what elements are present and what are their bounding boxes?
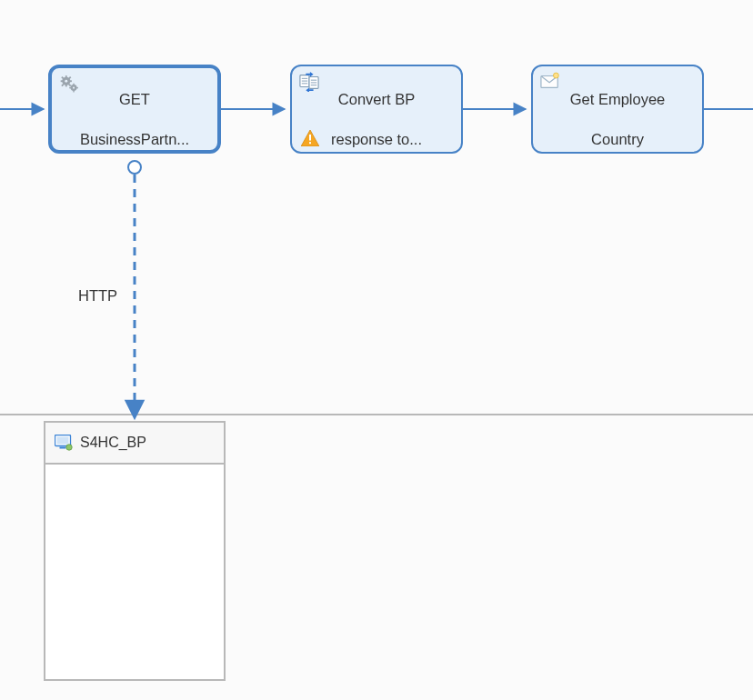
- svg-rect-34: [57, 437, 69, 445]
- svg-rect-19: [69, 87, 71, 88]
- envelope-icon: [540, 72, 560, 92]
- receiver-title: S4HC_BP: [80, 435, 146, 451]
- flow-step-get-employee-country[interactable]: Get Employee Country: [531, 65, 704, 154]
- svg-rect-7: [65, 75, 67, 78]
- receiver-s4hc-bp[interactable]: S4HC_BP: [44, 421, 226, 681]
- svg-point-16: [73, 86, 75, 88]
- svg-rect-17: [73, 84, 74, 85]
- connector-label-http[interactable]: HTTP: [73, 287, 123, 305]
- svg-point-32: [553, 73, 558, 78]
- svg-point-36: [66, 445, 72, 450]
- adapter-port[interactable]: [127, 160, 142, 175]
- svg-rect-18: [73, 90, 74, 92]
- gears-icon: [59, 74, 79, 94]
- flow-step-convert-bp-response[interactable]: Convert BP response to...: [290, 65, 463, 154]
- svg-point-6: [65, 80, 67, 83]
- svg-rect-29: [309, 135, 311, 141]
- receiver-header: S4HC_BP: [45, 423, 224, 465]
- svg-rect-9: [61, 80, 64, 82]
- svg-rect-35: [60, 447, 66, 449]
- receiver-body: [45, 465, 224, 679]
- flow-step-get-business-partner[interactable]: GET BusinessPartn...: [48, 65, 221, 154]
- flow-step-label: GET BusinessPartn...: [80, 68, 189, 149]
- warning-icon: [301, 130, 319, 146]
- flow-step-label: Get Employee Country: [570, 68, 666, 149]
- svg-rect-10: [69, 80, 72, 82]
- svg-rect-8: [65, 85, 67, 87]
- flow-step-label: Convert BP response to...: [331, 68, 422, 149]
- convert-icon: [299, 72, 319, 92]
- pool-divider: [0, 414, 753, 415]
- svg-rect-20: [76, 87, 78, 88]
- receiver-system-icon: [55, 435, 73, 451]
- svg-rect-30: [309, 142, 311, 144]
